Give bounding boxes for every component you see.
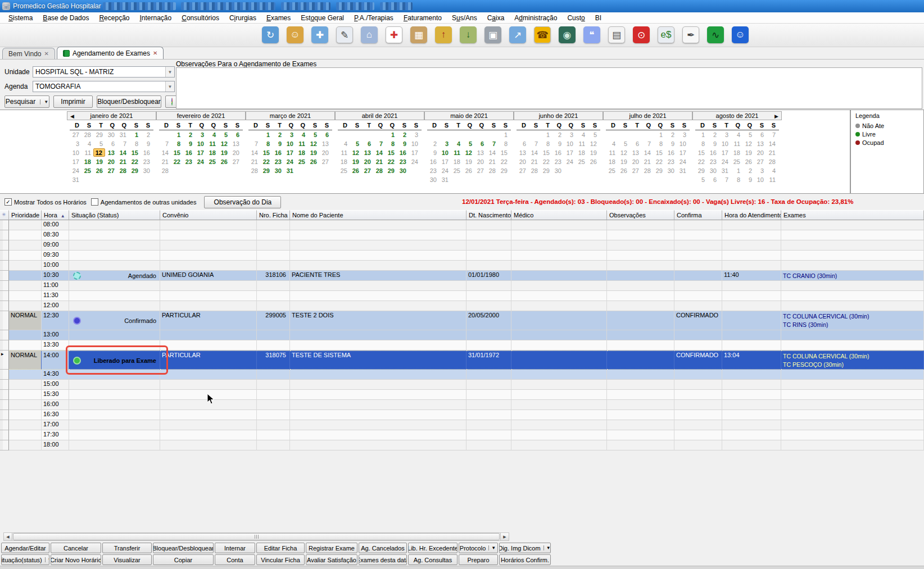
calendar-day[interactable]: 8 xyxy=(731,175,742,184)
calendar-prev-icon[interactable]: ◀ xyxy=(70,112,74,121)
calendar-day[interactable]: 5 xyxy=(618,139,629,148)
calendar-day[interactable]: 21 xyxy=(486,157,498,166)
calendar-day[interactable]: 2 xyxy=(397,130,409,139)
calendar-day[interactable]: 2 xyxy=(665,130,677,139)
calendar-day[interactable]: 17 xyxy=(564,148,576,157)
ag-consultas-button[interactable]: Ag. Consultas xyxy=(408,554,458,565)
calendar-day[interactable]: 29 xyxy=(129,166,141,175)
calendar-day[interactable]: 15 xyxy=(260,148,272,157)
calendar-day[interactable]: 3 xyxy=(194,130,206,139)
calendar-day[interactable]: 11 xyxy=(606,148,618,157)
calendar-day[interactable]: 24 xyxy=(677,157,689,166)
calendar-day[interactable]: 1 xyxy=(171,130,183,139)
chevron-down-icon[interactable]: ▼ xyxy=(488,545,497,550)
calendar-day[interactable]: 27 xyxy=(361,166,373,175)
row-selector[interactable] xyxy=(0,430,9,440)
preparo-button[interactable]: Preparo xyxy=(459,554,498,565)
calendar-day[interactable]: 16 xyxy=(397,148,409,157)
calendar-day[interactable]: 9 xyxy=(707,139,719,148)
calendar-day[interactable]: 7 xyxy=(641,139,653,148)
calendar-day[interactable]: 29 xyxy=(260,166,272,175)
calendar-day[interactable]: 28 xyxy=(117,166,129,175)
calendar-day[interactable]: 16 xyxy=(552,148,564,157)
calendar-day[interactable]: 4 xyxy=(606,139,618,148)
calendar-day[interactable]: 6 xyxy=(105,139,117,148)
schedule-row-1730[interactable]: 17:30 xyxy=(0,430,924,440)
calendar-day[interactable]: 27 xyxy=(105,166,117,175)
calendar-day[interactable]: 28 xyxy=(766,157,778,166)
column-header-observa-es[interactable]: Observações xyxy=(607,210,674,220)
column-header-exames[interactable]: Exames xyxy=(781,210,924,220)
calendar-day[interactable]: 2 xyxy=(742,166,754,175)
calendar-day[interactable]: 9 xyxy=(427,148,439,157)
calendar-day[interactable]: 3 xyxy=(719,130,731,139)
schedule-row-0830[interactable]: 08:30 xyxy=(0,230,924,240)
calendar-day[interactable]: 9 xyxy=(397,139,409,148)
calendar-day[interactable]: 2 xyxy=(427,139,439,148)
row-selector[interactable] xyxy=(0,330,9,340)
calendar-day[interactable]: 1 xyxy=(653,130,665,139)
transferir-button[interactable]: Transferir xyxy=(102,543,152,553)
calendar-day[interactable]: 19 xyxy=(587,148,599,157)
calendar-day[interactable]: 4 xyxy=(81,139,93,148)
calendar-day[interactable]: 21 xyxy=(766,148,778,157)
calendar-day[interactable]: 4 xyxy=(338,139,350,148)
calendar-day[interactable]: 6 xyxy=(319,130,331,139)
ag-cancelados-button[interactable]: Ag. Cancelados xyxy=(359,543,407,553)
calendar-day[interactable]: 13 xyxy=(754,139,766,148)
calendar-day[interactable]: 23 xyxy=(552,157,564,166)
calendar-day[interactable]: 12 xyxy=(307,139,319,148)
calendar-day[interactable]: 25 xyxy=(731,157,742,166)
calendar-day[interactable]: 30 xyxy=(105,130,117,139)
row-selector[interactable] xyxy=(0,440,9,450)
calendar-day[interactable]: 11 xyxy=(81,148,93,157)
menu-item-p-a-terapias[interactable]: P.A./Terapias xyxy=(349,13,398,23)
calendar-day[interactable]: 14 xyxy=(766,139,778,148)
registrar-exame-button[interactable]: Registrar Exame xyxy=(306,543,357,553)
row-selector[interactable] xyxy=(0,340,9,350)
calendar-day[interactable]: 29 xyxy=(653,166,665,175)
refresh-patients-icon[interactable]: ↻ xyxy=(262,26,279,43)
calendar-day[interactable]: 31 xyxy=(719,166,731,175)
row-selector[interactable] xyxy=(0,281,9,291)
calendar-day[interactable]: 12 xyxy=(218,139,230,148)
calendar-day[interactable]: 10 xyxy=(677,139,689,148)
observacoes-textarea[interactable] xyxy=(176,67,922,109)
calendar-day[interactable]: 19 xyxy=(618,157,629,166)
calendar-day[interactable]: 7 xyxy=(117,139,129,148)
menu-item-caixa[interactable]: Caixa xyxy=(482,13,510,23)
calendar-day[interactable]: 19 xyxy=(307,148,319,157)
calendar-day[interactable]: 11 xyxy=(576,139,587,148)
calendar-day[interactable]: 9 xyxy=(272,139,284,148)
calendar-day[interactable]: 22 xyxy=(653,157,665,166)
calendar-day[interactable]: 14 xyxy=(528,148,540,157)
calendar-day[interactable]: 29 xyxy=(540,166,552,175)
money-up-icon[interactable]: ↑ xyxy=(435,26,452,43)
calendar-day[interactable]: 14 xyxy=(641,148,653,157)
calendar-day[interactable]: 12 xyxy=(587,139,599,148)
menu-item-base-de-dados[interactable]: Base de Dados xyxy=(38,13,94,23)
calendar-day[interactable]: 5 xyxy=(695,175,707,184)
calendar-day[interactable]: 7 xyxy=(248,139,260,148)
calendar-day[interactable]: 23 xyxy=(272,157,284,166)
calendar-next-icon[interactable]: ▶ xyxy=(774,112,778,121)
row-selector[interactable] xyxy=(0,370,9,380)
schedule-row-0800[interactable]: 08:00 xyxy=(0,220,924,230)
row-selector[interactable] xyxy=(0,420,9,430)
row-selector[interactable] xyxy=(0,311,9,330)
schedule-row-0900[interactable]: 09:00 xyxy=(0,240,924,251)
calendar-day[interactable]: 8 xyxy=(695,139,707,148)
calendar-day[interactable]: 30 xyxy=(272,166,284,175)
imprimir-button[interactable]: Imprimir xyxy=(53,95,93,108)
menu-item-recep-o[interactable]: Recepção xyxy=(94,13,134,23)
calendar-day[interactable]: 29 xyxy=(695,166,707,175)
calendar-day[interactable]: 27 xyxy=(230,157,242,166)
calendar-day[interactable]: 18 xyxy=(296,148,307,157)
schedule-row-1630[interactable]: 16:30 xyxy=(0,410,924,420)
calendar-day[interactable]: 22 xyxy=(129,157,141,166)
calendar-day[interactable]: 30 xyxy=(707,166,719,175)
calendar-day[interactable]: 5 xyxy=(350,139,361,148)
calendar-day[interactable]: 16 xyxy=(183,148,194,157)
calendar-day[interactable]: 14 xyxy=(159,148,171,157)
tab-close-icon[interactable]: ✕ xyxy=(153,50,157,56)
